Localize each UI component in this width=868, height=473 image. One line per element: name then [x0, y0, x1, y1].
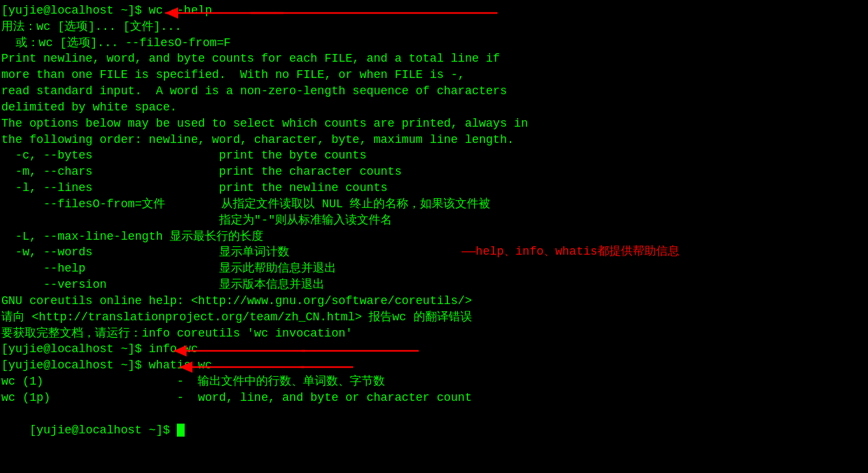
terminal-line: -w, --words 显示单词计数 — [0, 244, 868, 261]
terminal-line: the following order: newline, word, char… — [0, 132, 868, 148]
terminal-line: wc (1p) - word, line, and byte or charac… — [0, 390, 868, 406]
terminal-line: delimited by white space. — [0, 99, 868, 116]
terminal-line: 指定为"-"则从标准输入读文件名 — [0, 212, 868, 229]
terminal-line: [yujie@localhost ~]$ info wc — [0, 341, 868, 357]
terminal-prompt[interactable]: [yujie@localhost ~]$ — [0, 406, 868, 454]
cursor — [177, 424, 185, 437]
terminal-line: --filesO-from=文件 从指定文件读取以 NUL 终止的名称，如果该文… — [0, 196, 868, 212]
terminal-line: 用法：wc [选项]... [文件]... — [0, 19, 868, 35]
terminal-line: [yujie@localhost ~]$ wc --help — [0, 3, 868, 19]
terminal-line: -l, --lines print the newline counts — [0, 180, 868, 196]
terminal-line: -L, --max-line-length 显示最长行的长度 — [0, 229, 868, 245]
terminal-line: The options below may be used to select … — [0, 116, 868, 132]
terminal-line: 或：wc [选项]... --filesO-from=F — [0, 35, 868, 51]
terminal-line: 请向 <http://translationproject.org/team/z… — [0, 309, 868, 326]
terminal-line: Print newline, word, and byte counts for… — [0, 51, 868, 67]
terminal-line: -m, --chars print the character counts — [0, 164, 868, 180]
terminal-line: 要获取完整文档，请运行：info coreutils 'wc invocatio… — [0, 326, 868, 342]
terminal-line: --help 显示此帮助信息并退出 — [0, 261, 868, 277]
terminal-line: wc (1) - 输出文件中的行数、单词数、字节数 — [0, 374, 868, 390]
terminal-line: read standard input. A word is a non-zer… — [0, 83, 868, 99]
terminal-line: --version 显示版本信息并退出 — [0, 277, 868, 293]
terminal-line: [yujie@localhost ~]$ whatis wc — [0, 357, 868, 374]
terminal-line: -c, --bytes print the byte counts — [0, 147, 868, 164]
terminal-line: GNU coreutils online help: <http://www.g… — [0, 293, 868, 309]
prompt-text: [yujie@localhost ~]$ — [29, 424, 177, 437]
terminal-line: more than one FILE is specified. With no… — [0, 67, 868, 83]
terminal: [yujie@localhost ~]$ wc --help 用法：wc [选项… — [0, 0, 868, 473]
